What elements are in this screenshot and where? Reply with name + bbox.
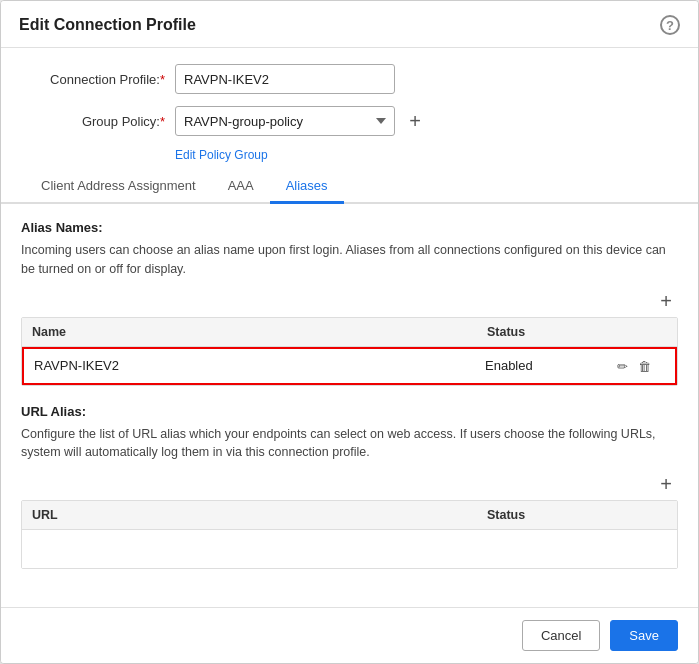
alias-table-row: RAVPN-IKEV2 Enabled	[22, 347, 677, 385]
add-alias-button[interactable]: +	[654, 289, 678, 313]
tab-aaa[interactable]: AAA	[212, 170, 270, 204]
profile-label: Connection Profile:*	[25, 72, 165, 87]
alias-row-actions	[615, 357, 665, 375]
add-alias-row: +	[21, 289, 678, 313]
url-alias-desc: Configure the list of URL alias which yo…	[21, 425, 678, 463]
add-url-button[interactable]: +	[654, 472, 678, 496]
url-col-actions-header	[617, 508, 667, 522]
alias-row-status: Enabled	[485, 358, 615, 373]
save-button[interactable]: Save	[610, 620, 678, 651]
alias-table-header: Name Status	[22, 318, 677, 347]
edit-group-policy-link[interactable]: Edit Policy Group	[175, 148, 674, 162]
group-policy-row: Group Policy:* RAVPN-group-policy +	[25, 106, 674, 136]
url-table-empty	[22, 530, 677, 568]
connection-profile-input[interactable]	[175, 64, 395, 94]
delete-alias-button[interactable]	[636, 357, 653, 375]
add-group-policy-button[interactable]: +	[403, 109, 427, 133]
alias-col-actions-header	[617, 325, 667, 339]
alias-col-status-header: Status	[487, 325, 617, 339]
tabs: Client Address Assignment AAA Aliases	[1, 170, 698, 204]
url-col-url-header: URL	[32, 508, 487, 522]
connection-profile-row: Connection Profile:*	[25, 64, 674, 94]
help-icon[interactable]: ?	[660, 15, 680, 35]
edit-connection-profile-dialog: Edit Connection Profile ? Connection Pro…	[0, 0, 699, 664]
edit-alias-button[interactable]	[615, 357, 630, 375]
dialog-footer: Cancel Save	[1, 607, 698, 663]
tab-client-address[interactable]: Client Address Assignment	[25, 170, 212, 204]
url-col-status-header: Status	[487, 508, 617, 522]
group-policy-select[interactable]: RAVPN-group-policy	[175, 106, 395, 136]
alias-table: Name Status RAVPN-IKEV2 Enabled	[21, 317, 678, 386]
dialog-header: Edit Connection Profile ?	[1, 1, 698, 48]
tab-aliases[interactable]: Aliases	[270, 170, 344, 204]
cancel-button[interactable]: Cancel	[522, 620, 600, 651]
alias-names-title: Alias Names:	[21, 220, 678, 235]
tab-content: Alias Names: Incoming users can choose a…	[1, 204, 698, 607]
add-url-row: +	[21, 472, 678, 496]
profile-required: *	[160, 72, 165, 87]
url-alias-title: URL Alias:	[21, 404, 678, 419]
alias-col-name-header: Name	[32, 325, 487, 339]
alias-row-name: RAVPN-IKEV2	[34, 358, 485, 373]
aliases-content: Alias Names: Incoming users can choose a…	[1, 204, 698, 585]
url-table: URL Status	[21, 500, 678, 569]
dialog-title: Edit Connection Profile	[19, 16, 196, 34]
url-table-header: URL Status	[22, 501, 677, 530]
dialog-body: Connection Profile:* Group Policy:* RAVP…	[1, 48, 698, 607]
group-policy-label: Group Policy:*	[25, 114, 165, 129]
group-policy-required: *	[160, 114, 165, 129]
form-section: Connection Profile:* Group Policy:* RAVP…	[1, 48, 698, 170]
alias-names-desc: Incoming users can choose an alias name …	[21, 241, 678, 279]
group-policy-wrapper: RAVPN-group-policy +	[175, 106, 427, 136]
url-alias-section: URL Alias: Configure the list of URL ali…	[21, 404, 678, 570]
